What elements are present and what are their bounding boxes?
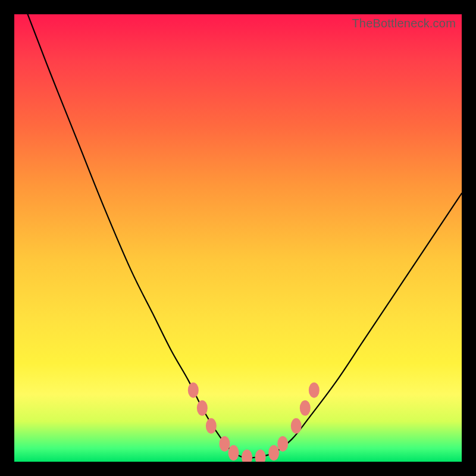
dots-group: [188, 383, 320, 462]
highlight-dot: [206, 418, 217, 434]
highlight-dot: [242, 449, 252, 462]
highlight-dot: [268, 445, 279, 461]
curve-group: [28, 14, 462, 458]
bottleneck-curve: [28, 14, 462, 458]
chart-svg: [14, 14, 462, 462]
highlight-dot: [219, 436, 230, 452]
highlight-dot: [188, 383, 199, 398]
highlight-dot: [300, 400, 311, 416]
highlight-dot: [309, 383, 320, 398]
highlight-dot: [291, 418, 302, 434]
highlight-dot: [277, 436, 288, 452]
highlight-dot: [255, 449, 266, 462]
highlight-dot: [197, 400, 208, 416]
watermark-label: TheBottleneck.com: [352, 17, 456, 30]
highlight-dot: [228, 445, 239, 461]
chart-frame: TheBottleneck.com: [14, 14, 462, 462]
